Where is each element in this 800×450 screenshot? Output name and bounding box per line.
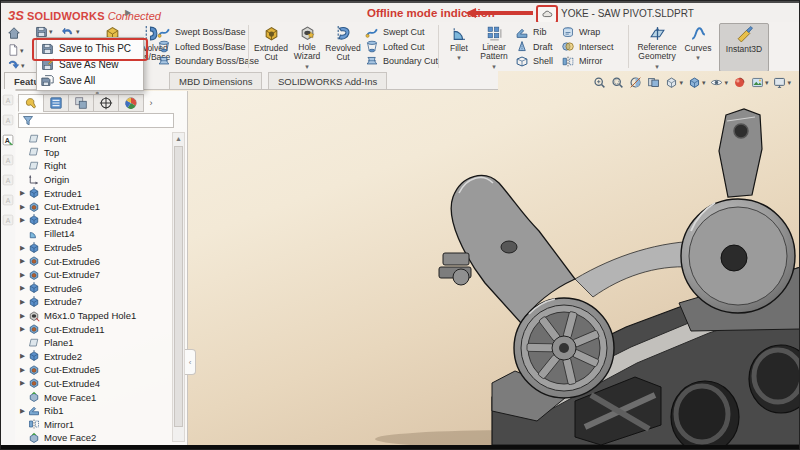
view-selector-button[interactable] bbox=[647, 76, 660, 89]
fillet-caret[interactable]: ▾ bbox=[457, 54, 461, 62]
tree-item-cut-extrude5[interactable]: ▶Cut-Extrude5 bbox=[17, 363, 175, 377]
tab-mbd-dimensions[interactable]: MBD Dimensions bbox=[169, 72, 262, 89]
hide-show-items-caret[interactable]: ▾ bbox=[724, 79, 728, 86]
side-icon-2[interactable]: A bbox=[2, 114, 14, 126]
menu-expand-arrow-icon[interactable]: ▶ bbox=[125, 8, 131, 17]
tree-item-cut-extrude7[interactable]: ▶Cut-Extrude7 bbox=[17, 268, 175, 282]
revolved-cut-button[interactable]: Revolved Cut bbox=[325, 23, 361, 70]
hole-wizard-caret[interactable]: ▾ bbox=[305, 63, 309, 71]
intersect-button[interactable]: Intersect bbox=[561, 40, 614, 55]
edit-appearance-button[interactable] bbox=[733, 76, 746, 89]
tree-item-extrude5[interactable]: ▶Extrude5 bbox=[17, 241, 175, 255]
zoom-to-fit-button[interactable] bbox=[593, 76, 606, 89]
view-settings-caret[interactable]: ▾ bbox=[787, 79, 791, 86]
expand-arrow-icon[interactable]: ▶ bbox=[17, 271, 28, 279]
swept-boss-base-button[interactable]: Swept Boss/Base bbox=[157, 25, 259, 40]
swept-cut-button[interactable]: Swept Cut bbox=[365, 25, 438, 40]
reference-geometry-caret[interactable]: ▾ bbox=[655, 63, 659, 71]
tree-item-extrude6[interactable]: ▶Extrude6 bbox=[17, 282, 175, 296]
expand-arrow-icon[interactable]: ▶ bbox=[17, 312, 28, 320]
new-dropdown-caret[interactable]: ▾ bbox=[20, 47, 24, 54]
instant3d-button[interactable]: Instant3D bbox=[719, 23, 769, 72]
view-orientation-button[interactable]: ▾ bbox=[665, 76, 683, 89]
section-view-button[interactable] bbox=[629, 76, 642, 89]
reference-geometry-button[interactable]: Reference Geometry ▾ bbox=[634, 23, 680, 70]
expand-arrow-icon[interactable]: ▶ bbox=[17, 366, 28, 374]
tree-item-cut-extrude4[interactable]: ▶Cut-Extrude4 bbox=[17, 377, 175, 391]
expand-arrow-icon[interactable]: ▶ bbox=[17, 189, 28, 197]
menu-item-save-as-new[interactable]: Save As New bbox=[37, 56, 143, 72]
rebuild-dropdown-caret[interactable]: ▾ bbox=[21, 62, 25, 69]
wrap-button[interactable]: Wrap bbox=[561, 25, 614, 40]
save-dropdown-caret[interactable]: ▾ bbox=[49, 28, 53, 35]
tree-scrollbar[interactable]: ▲ bbox=[172, 132, 185, 442]
boundary-boss-base-button[interactable]: Boundary Boss/Base bbox=[157, 54, 259, 69]
panel-tabs-more-chevron-icon[interactable]: › bbox=[143, 94, 159, 112]
undo-dropdown-caret[interactable]: ▾ bbox=[76, 28, 80, 35]
mirror-button[interactable]: Mirror bbox=[561, 54, 614, 69]
fillet-button[interactable]: Fillet ▾ bbox=[444, 23, 474, 70]
menu-item-save-all[interactable]: Save All bbox=[37, 72, 143, 88]
curves-caret[interactable]: ▾ bbox=[696, 54, 700, 62]
undo-button[interactable]: ▾ bbox=[61, 25, 80, 37]
side-icon-1[interactable]: A bbox=[2, 94, 14, 106]
tree-item-cut-extrude6[interactable]: ▶Cut-Extrude6 bbox=[17, 254, 175, 268]
shell-button[interactable]: Shell bbox=[515, 54, 553, 69]
apply-scene-button[interactable]: ▾ bbox=[751, 76, 769, 89]
side-icon-7[interactable]: A bbox=[2, 214, 14, 226]
expand-arrow-icon[interactable]: ▶ bbox=[17, 257, 28, 265]
expand-arrow-icon[interactable]: ▶ bbox=[17, 407, 28, 415]
tree-item-move-face2[interactable]: Move Face2 bbox=[17, 431, 175, 445]
linear-pattern-button[interactable]: Linear Pattern ▾ bbox=[476, 23, 512, 70]
scrollbar-thumb[interactable] bbox=[174, 146, 183, 427]
scroll-up-arrow-icon[interactable]: ▲ bbox=[173, 133, 184, 144]
tree-item-m6x1-0-tapped-hole1[interactable]: ▶M6x1.0 Tapped Hole1 bbox=[17, 309, 175, 323]
tree-item-right[interactable]: Right bbox=[17, 159, 175, 173]
panel-tab-configuration-manager[interactable] bbox=[68, 94, 94, 112]
tree-item-extrude1[interactable]: ▶Extrude1 bbox=[17, 186, 175, 200]
expand-arrow-icon[interactable]: ▶ bbox=[17, 284, 28, 292]
panel-tab-dimxpert-manager[interactable] bbox=[93, 94, 119, 112]
side-icon-6[interactable]: A bbox=[2, 194, 14, 206]
display-style-button[interactable]: ▾ bbox=[688, 76, 706, 89]
panel-tab-display-manager[interactable] bbox=[118, 94, 144, 112]
hide-show-items-button[interactable]: ▾ bbox=[710, 76, 728, 89]
display-style-caret[interactable]: ▾ bbox=[702, 79, 706, 86]
lofted-cut-button[interactable]: Lofted Cut bbox=[365, 40, 438, 55]
expand-arrow-icon[interactable]: ▶ bbox=[17, 216, 28, 224]
tree-item-front[interactable]: Front bbox=[17, 132, 175, 146]
extruded-cut-button[interactable]: Extruded Cut bbox=[253, 23, 289, 70]
side-icon-5[interactable]: A bbox=[2, 174, 14, 186]
tree-item-plane1[interactable]: Plane1 bbox=[17, 336, 175, 350]
view-settings-button[interactable]: ▾ bbox=[773, 76, 791, 89]
side-icon-4[interactable]: A bbox=[2, 154, 14, 166]
tree-filter-box[interactable] bbox=[18, 113, 174, 128]
new-document-button[interactable]: ▾ bbox=[7, 43, 24, 57]
draft-button[interactable]: Draft bbox=[515, 40, 553, 55]
apply-scene-caret[interactable]: ▾ bbox=[765, 79, 769, 86]
view-orientation-caret[interactable]: ▾ bbox=[679, 79, 683, 86]
panel-tab-property-manager[interactable] bbox=[43, 94, 69, 112]
tree-item-extrude7[interactable]: ▶Extrude7 bbox=[17, 295, 175, 309]
tree-item-top[interactable]: Top bbox=[17, 146, 175, 160]
hole-wizard-button[interactable]: Hole Wizard ▾ bbox=[291, 23, 323, 70]
expand-arrow-icon[interactable]: ▶ bbox=[17, 203, 28, 211]
expand-arrow-icon[interactable]: ▶ bbox=[17, 325, 28, 333]
tree-item-extrude4[interactable]: ▶Extrude4 bbox=[17, 214, 175, 228]
curves-button[interactable]: Curves ▾ bbox=[682, 23, 714, 70]
boundary-cut-button[interactable]: Boundary Cut bbox=[365, 54, 438, 69]
side-icon-3[interactable]: A bbox=[2, 134, 14, 146]
expand-arrow-icon[interactable]: ▶ bbox=[17, 298, 28, 306]
tree-item-move-face1[interactable]: Move Face1 bbox=[17, 390, 175, 404]
tree-item-fillet14[interactable]: Fillet14 bbox=[17, 227, 175, 241]
tree-item-cut-extrude11[interactable]: ▶Cut-Extrude11 bbox=[17, 322, 175, 336]
home-button[interactable] bbox=[7, 26, 21, 40]
tree-item-cut-extrude1[interactable]: ▶Cut-Extrude1 bbox=[17, 200, 175, 214]
menu-item-save-to-this-pc[interactable]: Save to This PC bbox=[37, 40, 143, 56]
tab-solidworks-add-ins[interactable]: SOLIDWORKS Add-Ins bbox=[268, 72, 387, 89]
linear-pattern-caret[interactable]: ▾ bbox=[492, 63, 496, 71]
tree-item-origin[interactable]: Origin bbox=[17, 173, 175, 187]
expand-arrow-icon[interactable]: ▶ bbox=[17, 379, 28, 387]
tree-item-mirror1[interactable]: Mirror1 bbox=[17, 417, 175, 431]
lofted-boss-base-button[interactable]: Lofted Boss/Base bbox=[157, 40, 259, 55]
